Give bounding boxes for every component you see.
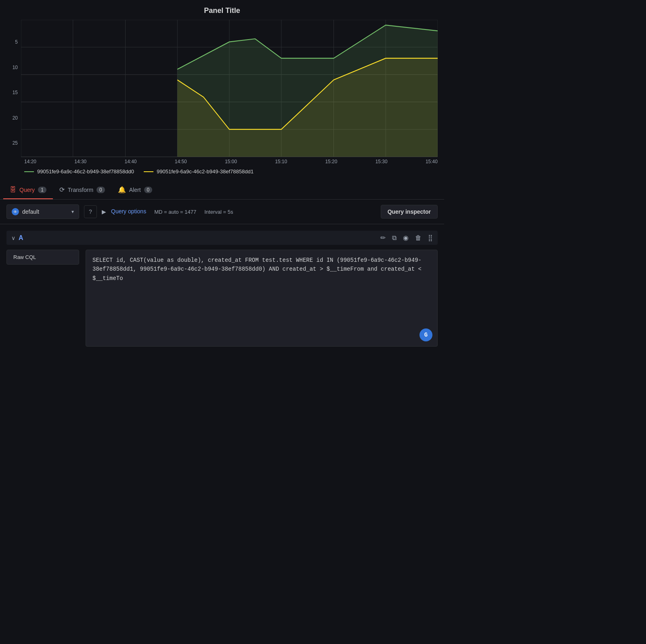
legend-line-yellow — [144, 171, 153, 172]
raw-cql-label: Raw CQL — [6, 250, 79, 265]
y-axis: 25 20 15 10 5 — [6, 20, 21, 157]
chart-wrap: 25 20 15 10 5 — [6, 20, 438, 157]
query-header-actions: ✏ ⧉ ◉ 🗑 ⣿ — [380, 234, 433, 242]
datasource-select[interactable]: 👁 default ▾ — [6, 204, 79, 219]
tabs-bar: 🗄 Query 1 ⟳ Transform 0 🔔 Alert 0 — [0, 181, 444, 200]
query-header-left: ∨ A — [11, 234, 23, 242]
eye-icon[interactable]: ◉ — [403, 234, 409, 242]
datasource-name: default — [22, 208, 68, 215]
datasource-icon: 👁 — [12, 208, 19, 215]
tab-query-badge: 1 — [38, 187, 46, 193]
chevron-down-icon: ▾ — [71, 209, 74, 215]
chart-area — [21, 20, 438, 157]
query-header: ∨ A ✏ ⧉ ◉ 🗑 ⣿ — [6, 231, 438, 245]
query-inspector-label: Query inspector — [388, 208, 431, 215]
edit-icon[interactable]: ✏ — [380, 234, 386, 242]
arrow-right-icon: ▶ — [102, 208, 106, 215]
transform-icon: ⟳ — [59, 186, 65, 194]
tab-query[interactable]: 🗄 Query 1 — [3, 181, 53, 199]
tab-transform[interactable]: ⟳ Transform 0 — [53, 181, 111, 199]
drag-icon[interactable]: ⣿ — [428, 234, 433, 242]
legend-label-yellow: 99051fe9-6a9c-46c2-b949-38ef78858dd1 — [157, 168, 254, 175]
query-editor[interactable]: SELECT id, CAST(value as double), create… — [86, 250, 438, 347]
query-options-label[interactable]: Query options — [111, 208, 146, 216]
chart-container: Panel Title 25 20 15 10 5 — [0, 0, 444, 178]
help-icon: ? — [89, 208, 92, 215]
chart-title: Panel Title — [6, 6, 438, 15]
copy-icon[interactable]: ⧉ — [392, 234, 396, 242]
collapse-button[interactable]: ∨ — [11, 235, 15, 241]
query-options-meta-interval: Interval = 5s — [204, 209, 233, 215]
query-options-meta-md: MD = auto = 1477 — [154, 209, 196, 215]
tab-alert-label: Alert — [129, 187, 141, 193]
chart-svg — [21, 20, 438, 157]
tab-transform-badge: 0 — [96, 187, 105, 193]
legend-item-green: 99051fe9-6a9c-46c2-b949-38ef78858dd0 — [24, 168, 134, 175]
grammarly-button[interactable]: G — [419, 328, 432, 341]
query-bar: 👁 default ▾ ? ▶ Query options MD = auto … — [0, 200, 444, 224]
query-body: Raw CQL SELECT id, CAST(value as double)… — [6, 250, 438, 347]
database-icon: 🗄 — [10, 186, 16, 194]
grammarly-icon: G — [424, 330, 428, 339]
tab-alert-badge: 0 — [144, 187, 153, 193]
trash-icon[interactable]: 🗑 — [415, 234, 422, 242]
tab-alert[interactable]: 🔔 Alert 0 — [111, 181, 159, 199]
chart-legend: 99051fe9-6a9c-46c2-b949-38ef78858dd0 990… — [6, 168, 438, 175]
bell-icon: 🔔 — [118, 186, 126, 194]
query-panel: ∨ A ✏ ⧉ ◉ 🗑 ⣿ Raw CQL SELECT id, CAST(va… — [0, 224, 444, 353]
x-axis: 14:20 14:30 14:40 14:50 15:00 15:10 15:2… — [6, 159, 438, 164]
query-inspector-button[interactable]: Query inspector — [381, 205, 438, 219]
legend-label-green: 99051fe9-6a9c-46c2-b949-38ef78858dd0 — [37, 168, 134, 175]
help-button[interactable]: ? — [84, 205, 97, 218]
query-text: SELECT id, CAST(value as double), create… — [92, 257, 422, 282]
query-letter: A — [19, 234, 23, 242]
query-options-area: ▶ Query options MD = auto = 1477 Interva… — [102, 208, 376, 216]
tab-transform-label: Transform — [68, 187, 93, 193]
legend-item-yellow: 99051fe9-6a9c-46c2-b949-38ef78858dd1 — [144, 168, 254, 175]
legend-line-green — [24, 171, 34, 172]
tab-query-label: Query — [19, 187, 35, 193]
